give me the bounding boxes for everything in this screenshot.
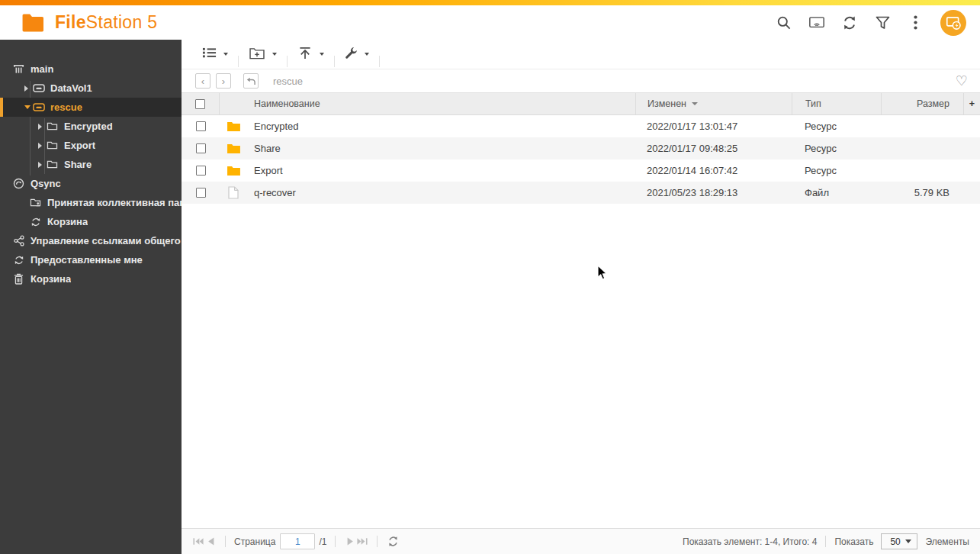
folder-icon xyxy=(220,143,247,154)
file-name: Encrypted xyxy=(247,121,635,132)
sort-desc-icon xyxy=(692,102,698,105)
items-range-info: Показать элемент: 1-4, Итого: 4 xyxy=(683,536,817,547)
sidebar-item-qsync-recycle-bin[interactable]: Корзина xyxy=(0,212,182,231)
row-check-cell xyxy=(182,121,220,131)
folder-icon xyxy=(220,121,247,132)
toolbar-separator xyxy=(379,56,380,67)
app-logo: FileStation 5 xyxy=(21,12,157,33)
sidebar-item-label: DataVol1 xyxy=(50,82,92,94)
forward-button[interactable]: › xyxy=(216,73,231,89)
column-header-modified[interactable]: Изменен xyxy=(635,93,792,114)
app-title-bold: File xyxy=(55,12,86,32)
last-page-button[interactable] xyxy=(356,536,368,548)
table-row[interactable]: q-recover 2021/05/23 18:29:13 Файл 5.79 … xyxy=(182,182,980,204)
sidebar-item-datavol1[interactable]: DataVol1 xyxy=(0,79,182,98)
file-modified: 2022/01/17 09:48:25 xyxy=(635,143,792,154)
app-title-rest: Station 5 xyxy=(86,12,158,32)
sidebar-item-shared-with-me[interactable]: Предоставленные мне xyxy=(0,250,182,269)
show-label: Показать xyxy=(834,536,873,547)
sidebar-item-recycle-bin[interactable]: Корзина xyxy=(0,269,182,288)
search-icon[interactable] xyxy=(776,15,792,31)
create-folder-button[interactable] xyxy=(239,40,287,69)
row-checkbox[interactable] xyxy=(196,166,206,176)
refresh-list-icon[interactable] xyxy=(387,536,399,547)
chevron-down-icon xyxy=(320,53,324,56)
status-bar: Страница /1 Показать элемент: 1-4, Итого… xyxy=(182,528,980,554)
column-label: Тип xyxy=(805,98,821,109)
row-check-cell xyxy=(182,166,220,176)
folder-icon xyxy=(46,121,59,131)
top-gradient-bar xyxy=(0,0,980,5)
shared-folder-icon xyxy=(29,198,42,208)
sidebar-item-export[interactable]: Export xyxy=(0,136,182,155)
tools-button[interactable] xyxy=(335,40,379,69)
prev-page-button[interactable] xyxy=(204,536,217,548)
remote-display-icon[interactable] xyxy=(809,15,824,31)
select-all-cell xyxy=(182,93,220,114)
folder-tree-sidebar: main DataVol1 rescue Encrypted xyxy=(0,40,182,554)
row-checkbox[interactable] xyxy=(196,188,206,198)
row-check-cell xyxy=(182,143,220,153)
footer-separator xyxy=(377,536,378,547)
volume-icon xyxy=(32,83,45,93)
recycle-icon xyxy=(29,217,42,227)
file-size: 5.79 KB xyxy=(881,187,963,198)
favorite-heart-icon[interactable]: ♡ xyxy=(956,74,968,88)
sidebar-item-share[interactable]: Share xyxy=(0,155,182,174)
file-icon xyxy=(220,186,247,199)
first-page-button[interactable] xyxy=(192,536,204,548)
row-check-cell xyxy=(182,188,220,198)
qsync-icon xyxy=(12,178,25,189)
select-all-checkbox[interactable] xyxy=(195,99,205,109)
table-row[interactable]: Share 2022/01/17 09:48:25 Ресурс xyxy=(182,137,980,159)
user-avatar[interactable] xyxy=(940,10,966,36)
upload-button[interactable] xyxy=(288,40,334,69)
refresh-icon[interactable] xyxy=(842,15,857,31)
remote-mount-icon xyxy=(945,14,962,31)
sidebar-item-label: Share xyxy=(64,159,92,170)
file-list: Encrypted 2022/01/17 13:01:47 Ресурс Sha… xyxy=(182,115,980,204)
sidebar-item-rescue[interactable]: rescue xyxy=(0,98,182,117)
table-row[interactable]: Encrypted 2022/01/17 13:01:47 Ресурс xyxy=(182,115,980,137)
page-size-select[interactable]: 50 xyxy=(881,533,917,549)
collapse-arrow-icon[interactable] xyxy=(24,101,32,113)
sidebar-item-accepted-shared-folder[interactable]: Принятая коллективная папка xyxy=(0,193,182,212)
back-button[interactable]: ‹ xyxy=(195,73,210,89)
sidebar-item-qsync[interactable]: Qsync xyxy=(0,174,182,193)
empty-area xyxy=(182,204,980,528)
page-number-input[interactable] xyxy=(280,533,315,549)
chevron-down-icon xyxy=(223,53,228,56)
icon-column-header xyxy=(220,93,247,114)
next-page-button[interactable] xyxy=(344,536,356,548)
expand-arrow-icon[interactable] xyxy=(38,159,46,170)
row-checkbox[interactable] xyxy=(196,143,206,153)
nas-icon xyxy=(12,63,25,75)
sidebar-item-main[interactable]: main xyxy=(0,60,182,79)
go-up-button[interactable] xyxy=(243,73,259,89)
sidebar-item-share-link-management[interactable]: Управление ссылками общего доступа xyxy=(0,231,182,250)
column-header-name[interactable]: Наименование xyxy=(247,93,635,114)
column-header-type[interactable]: Тип xyxy=(792,93,881,114)
breadcrumb: rescue xyxy=(273,76,303,87)
filter-icon[interactable] xyxy=(875,15,890,31)
view-mode-button[interactable] xyxy=(192,40,238,69)
more-menu-icon[interactable] xyxy=(908,15,923,31)
expand-arrow-icon[interactable] xyxy=(38,121,46,132)
expand-arrow-icon[interactable] xyxy=(38,140,46,151)
chevron-down-icon xyxy=(365,53,369,56)
folder-plus-icon xyxy=(249,47,265,63)
sidebar-item-label: Qsync xyxy=(31,178,61,189)
app-header: FileStation 5 xyxy=(0,5,980,40)
column-header-size[interactable]: Размер xyxy=(881,93,963,114)
table-header: Наименование Изменен Тип Размер + xyxy=(182,92,980,115)
table-row[interactable]: Export 2022/01/14 16:07:42 Ресурс xyxy=(182,159,980,182)
column-label: Размер xyxy=(917,98,949,109)
sidebar-item-encrypted[interactable]: Encrypted xyxy=(0,117,182,136)
row-checkbox[interactable] xyxy=(196,121,206,131)
expand-arrow-icon[interactable] xyxy=(24,82,32,94)
page-size-value: 50 xyxy=(890,536,900,547)
sidebar-item-label: main xyxy=(31,63,53,75)
file-browser-panel: ‹ › rescue ♡ Наименование Изменен Тип Ра… xyxy=(182,40,980,554)
folder-icon xyxy=(46,140,59,150)
add-column-button[interactable]: + xyxy=(963,93,980,114)
